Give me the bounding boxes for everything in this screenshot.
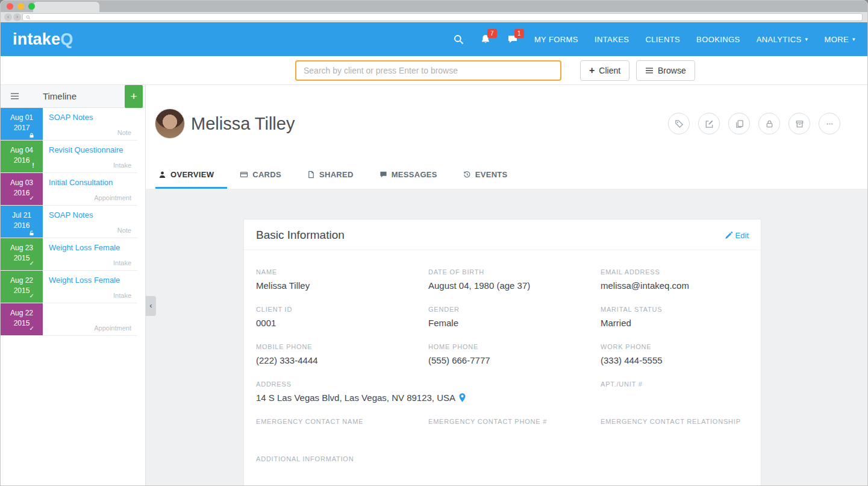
tag-button[interactable] xyxy=(668,113,690,134)
field-client-id: CLIENT ID 0001 xyxy=(256,306,428,330)
ellipsis-icon xyxy=(825,119,834,128)
lock-icon xyxy=(765,119,774,128)
browser-chrome: ‹ › xyxy=(1,1,867,22)
nav-item-label: BOOKINGS xyxy=(696,35,740,44)
timeline-item[interactable]: Aug 03 2016 ✓ Initial Consultation Appoi… xyxy=(1,173,137,206)
messages-chat-icon[interactable]: 1 xyxy=(507,34,518,45)
close-window-button[interactable] xyxy=(7,3,13,10)
timeline-item-body: Weight Loss Female Intake xyxy=(43,271,137,303)
timeline-item-type: Intake xyxy=(113,259,131,267)
check-icon: ✓ xyxy=(30,258,34,268)
search-icon[interactable] xyxy=(454,34,464,45)
browser-forward-button[interactable]: › xyxy=(13,13,21,21)
nav-item-label: INTAKES xyxy=(595,35,629,44)
timeline-item-body: Appointment xyxy=(43,303,137,335)
unlock-icon xyxy=(29,230,34,236)
timeline-item-type: Intake xyxy=(113,292,131,299)
timeline-item-title[interactable]: SOAP Notes xyxy=(49,210,131,220)
timeline-item-title[interactable]: Weight Loss Female xyxy=(49,276,131,285)
client-actions xyxy=(668,113,840,134)
timeline-item-body: Weight Loss Female Intake xyxy=(43,238,137,270)
archive-icon xyxy=(795,119,804,128)
field-label: APT./UNIT # xyxy=(601,380,749,388)
timeline-item-title[interactable]: Initial Consultation xyxy=(49,178,131,188)
timeline-item-title[interactable]: Weight Loss Female xyxy=(49,243,131,253)
nav-item-bookings[interactable]: BOOKINGS xyxy=(696,35,740,44)
field-label: WORK PHONE xyxy=(601,343,749,350)
tab-shared[interactable]: SHARED xyxy=(304,170,367,189)
tab-cards[interactable]: CARDS xyxy=(237,170,295,189)
field-date-of-birth: DATE OF BIRTH August 04, 1980 (age 37) xyxy=(428,268,601,292)
url-bar[interactable] xyxy=(22,13,863,21)
nav-item-label: MY FORMS xyxy=(534,35,578,44)
client-search-input[interactable] xyxy=(295,60,561,81)
date-month-day: Aug 22 xyxy=(1,276,43,286)
date-badge: Aug 01 2017 xyxy=(1,108,43,140)
edit-icon xyxy=(725,232,732,239)
edit-basic-info-link[interactable]: Edit xyxy=(725,231,749,240)
tab-messages[interactable]: MESSAGES xyxy=(376,170,451,189)
field-label: NAME xyxy=(256,268,428,276)
timeline-item-title[interactable]: SOAP Notes xyxy=(49,113,131,122)
tab-overview[interactable]: OVERVIEW xyxy=(155,170,227,189)
archive-button[interactable] xyxy=(788,113,810,134)
date-month-day: Aug 03 xyxy=(1,178,43,188)
client-detail-panel: ‹ Melissa Tilley xyxy=(146,85,867,486)
field-value: melissa@intakeq.com xyxy=(601,279,749,292)
card-title: Basic Information xyxy=(256,229,345,242)
field-name: NAME Melissa Tilley xyxy=(256,268,428,292)
intakeq-logo[interactable]: intakeQ xyxy=(13,30,73,49)
timeline-item-title[interactable]: Revisit Questionnaire xyxy=(49,145,131,155)
nav-item-intakes[interactable]: INTAKES xyxy=(595,35,629,44)
nav-item-analytics[interactable]: ANALYTICS▾ xyxy=(757,35,808,44)
notifications-bell-icon[interactable]: 7 xyxy=(480,34,491,45)
top-navbar: intakeQ 7 1 MY FORMS INTAKES CLIENTS BOO… xyxy=(1,22,867,56)
page-body: Timeline + Aug 01 2017 SOAP Notes Note xyxy=(1,85,867,486)
timeline-item[interactable]: Aug 22 2015 ✓ Weight Loss Female Intake xyxy=(1,271,137,303)
browse-button[interactable]: Browse xyxy=(636,60,695,81)
lock-button[interactable] xyxy=(758,113,780,134)
timeline-item-body: SOAP Notes Note xyxy=(43,108,137,140)
date-month-day: Aug 22 xyxy=(1,308,43,318)
nav-item-my-forms[interactable]: MY FORMS xyxy=(534,35,578,44)
timeline-item-type: Appointment xyxy=(94,324,131,332)
chevron-down-icon: ▾ xyxy=(852,37,855,42)
field-email: EMAIL ADDRESS melissa@intakeq.com xyxy=(601,268,749,292)
nav-item-clients[interactable]: CLIENTS xyxy=(645,35,680,44)
field-value: (333) 444-5555 xyxy=(601,354,749,367)
collapse-sidebar-button[interactable]: ‹ xyxy=(146,296,156,316)
timeline-item[interactable]: Aug 22 2015 ✓ Appointment xyxy=(1,303,137,336)
field-value xyxy=(428,429,601,441)
timeline-item[interactable]: Jul 21 2016 SOAP Notes Note xyxy=(1,206,137,238)
nav-item-more[interactable]: MORE▾ xyxy=(824,35,855,44)
edit-button[interactable] xyxy=(698,113,720,134)
chevron-down-icon: ▾ xyxy=(805,37,808,42)
timeline-item-type: Intake xyxy=(113,162,131,169)
add-timeline-entry-button[interactable]: + xyxy=(125,85,143,108)
timeline-item[interactable]: Aug 23 2015 ✓ Weight Loss Female Intake xyxy=(1,238,137,271)
minimize-window-button[interactable] xyxy=(17,3,24,10)
field-apt-unit: APT./UNIT # xyxy=(601,380,749,405)
field-address: ADDRESS 14 S Las Vegas Blvd, Las Vegas, … xyxy=(256,380,601,405)
url-input[interactable] xyxy=(31,14,859,21)
field-value: Married xyxy=(601,317,749,329)
user-icon xyxy=(158,171,166,178)
browser-back-button[interactable]: ‹ xyxy=(4,13,12,21)
field-gender: GENDER Female xyxy=(428,306,601,330)
edit-icon xyxy=(705,119,714,128)
copy-button[interactable] xyxy=(728,113,750,134)
browser-tab[interactable] xyxy=(33,2,99,12)
zoom-window-button[interactable] xyxy=(28,3,35,10)
timeline-item[interactable]: Aug 01 2017 SOAP Notes Note xyxy=(1,108,137,140)
field-value: (555) 666-7777 xyxy=(428,354,601,367)
map-pin-icon[interactable] xyxy=(459,393,466,402)
add-client-label: Client xyxy=(599,66,620,75)
tab-label: EVENTS xyxy=(475,170,508,179)
timeline-item[interactable]: Aug 04 2016 ! Revisit Questionnaire Inta… xyxy=(1,140,137,173)
more-options-button[interactable] xyxy=(819,113,840,134)
basic-info-header: Basic Information Edit xyxy=(244,219,761,250)
tab-events[interactable]: EVENTS xyxy=(460,170,521,189)
client-avatar[interactable] xyxy=(155,109,185,139)
timeline-list: Aug 01 2017 SOAP Notes Note Aug 04 2016 … xyxy=(1,108,137,336)
add-client-button[interactable]: + Client xyxy=(580,60,629,81)
